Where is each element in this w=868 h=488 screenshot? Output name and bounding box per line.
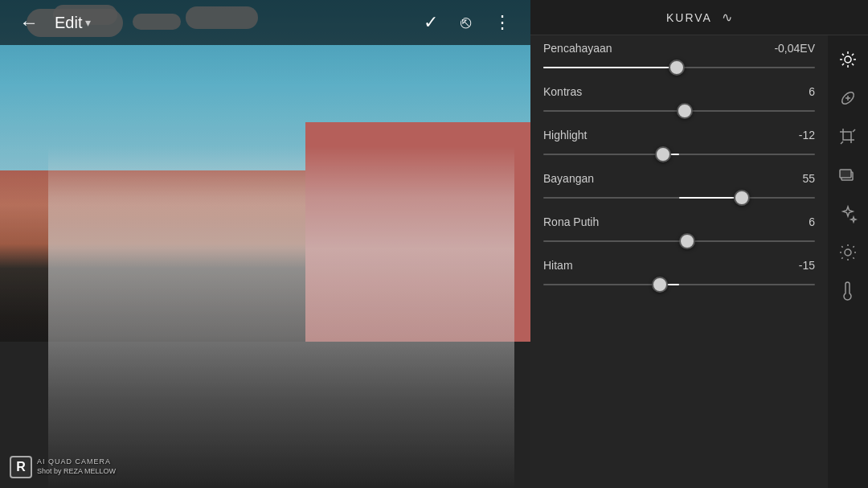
enhance-icon[interactable] xyxy=(830,196,866,232)
slider-value-5: -15 xyxy=(775,259,815,272)
back-button[interactable]: ← xyxy=(13,8,45,37)
slider-name-0: Pencahayaan xyxy=(543,42,612,55)
slider-thumb-4[interactable] xyxy=(679,233,695,249)
title-caret[interactable]: ▾ xyxy=(85,16,91,29)
check-button[interactable]: ✓ xyxy=(417,9,444,36)
slider-track-4[interactable] xyxy=(543,233,815,249)
slider-name-4: Rona Putih xyxy=(543,215,599,228)
watermark-text-block: AI QUAD CAMERA Shot by REZA MELLOW xyxy=(37,457,116,476)
slider-value-1: 6 xyxy=(775,85,815,98)
slider-thumb-5[interactable] xyxy=(652,277,668,293)
slider-track-bg xyxy=(543,284,815,285)
slider-row: Kontras6 xyxy=(543,85,815,119)
slider-row: Rona Putih6 xyxy=(543,215,815,249)
slider-name-3: Bayangan xyxy=(543,172,594,185)
svg-point-0 xyxy=(845,56,851,63)
slider-row: Highlight-12 xyxy=(543,129,815,162)
slider-row: Hitam-15 xyxy=(543,259,815,293)
watermark: R AI QUAD CAMERA Shot by REZA MELLOW xyxy=(10,456,116,478)
watermark-line1: AI QUAD CAMERA xyxy=(37,457,116,467)
slider-thumb-0[interactable] xyxy=(669,59,685,76)
kurva-label: KURVA xyxy=(666,11,712,24)
slider-name-1: Kontras xyxy=(543,85,582,98)
kurva-curve-icon: ∿ xyxy=(722,10,732,25)
effects-icon[interactable] xyxy=(830,42,866,77)
slider-name-5: Hitam xyxy=(543,259,573,272)
scene-overlay xyxy=(0,0,530,488)
slider-thumb-3[interactable] xyxy=(734,190,750,206)
slider-row: Pencahayaan-0,04EV xyxy=(543,42,815,76)
slider-row: Bayangan55 xyxy=(543,172,815,206)
more-button[interactable]: ⋮ xyxy=(487,9,518,36)
slider-active-line xyxy=(679,197,742,199)
watermark-logo-r: R xyxy=(10,456,32,478)
share-button[interactable]: ⎋ xyxy=(454,9,477,36)
slider-active-line xyxy=(543,67,677,68)
right-panel: KURVA ∿ Pencahayaan-0,04EVKontras6Highli… xyxy=(530,0,868,488)
svg-rect-5 xyxy=(840,170,851,178)
layers-icon[interactable] xyxy=(830,158,866,193)
photo-panel: ← Edit ▾ ✓ ⎋ ⋮ R AI QUAD CAMERA Shot by … xyxy=(0,0,530,488)
slider-track-0[interactable] xyxy=(543,59,815,76)
slider-thumb-1[interactable] xyxy=(677,103,693,119)
edit-title-group: Edit ▾ xyxy=(55,14,91,32)
slider-value-0: -0,04EV xyxy=(774,42,815,55)
watermark-line2: Shot by REZA MELLOW xyxy=(37,467,116,477)
slider-value-2: -12 xyxy=(775,129,815,141)
icon-sidebar xyxy=(828,35,868,488)
kurva-header: KURVA ∿ xyxy=(530,0,868,35)
top-bar: ← Edit ▾ ✓ ⎋ ⋮ xyxy=(0,0,530,45)
slider-track-5[interactable] xyxy=(543,277,815,293)
warmth-icon[interactable] xyxy=(830,273,866,309)
slider-track-2[interactable] xyxy=(543,146,815,162)
retouch-icon[interactable] xyxy=(830,80,866,116)
svg-point-6 xyxy=(845,249,851,256)
crop-icon[interactable] xyxy=(830,119,866,154)
sliders-container: Pencahayaan-0,04EVKontras6Highlight-12Ba… xyxy=(530,35,868,488)
slider-track-1[interactable] xyxy=(543,103,815,119)
slider-track-3[interactable] xyxy=(543,190,815,206)
slider-thumb-2[interactable] xyxy=(655,146,671,162)
slider-track-bg xyxy=(543,154,815,155)
slider-name-2: Highlight xyxy=(543,129,587,141)
slider-value-3: 55 xyxy=(775,172,815,185)
light-icon[interactable] xyxy=(830,235,866,270)
slider-value-4: 6 xyxy=(775,215,815,228)
edit-title-text: Edit xyxy=(55,14,82,32)
